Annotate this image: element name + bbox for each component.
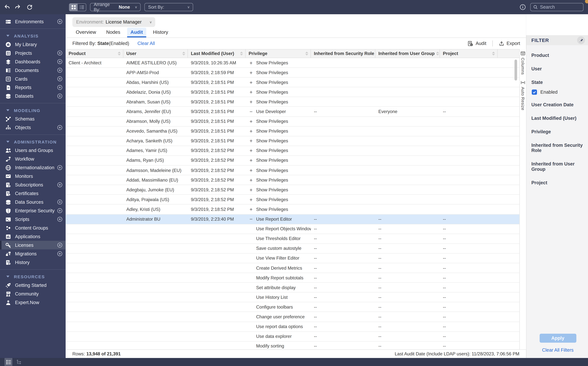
table-row[interactable]: Use Report Objects Window------ bbox=[66, 224, 519, 234]
sidebar-item-reports[interactable]: Reports bbox=[0, 83, 66, 92]
checkbox-checked-icon[interactable] bbox=[532, 90, 537, 95]
environment-selector[interactable]: Environment: License Manager v bbox=[72, 17, 155, 27]
column-header-last-modified-user[interactable]: Last Modified (User) bbox=[188, 49, 246, 58]
tree-layout-icon[interactable] bbox=[15, 358, 23, 366]
tab-overview[interactable]: Overview bbox=[72, 28, 99, 38]
table-row[interactable]: Aditya, Prajwala (US)9/3/2019, 2:18:52 P… bbox=[66, 195, 519, 205]
expand-icon[interactable]: + bbox=[249, 148, 254, 154]
expand-icon[interactable]: + bbox=[249, 157, 254, 163]
columns-icon[interactable] bbox=[521, 51, 525, 56]
sidebar-item-applications[interactable]: Applications bbox=[0, 232, 66, 241]
clear-all-link[interactable]: Clear All bbox=[137, 41, 155, 46]
sidebar-item-monitors[interactable]: Monitors bbox=[0, 172, 66, 181]
table-row[interactable]: Client - ArchitectAIMEE ASTILLERO (US)9/… bbox=[66, 58, 519, 68]
sort-arrows-icon[interactable] bbox=[305, 52, 308, 55]
filter-field-last-modified-user[interactable]: Last Modified (User) bbox=[531, 116, 584, 121]
add-icon[interactable] bbox=[57, 125, 63, 130]
table-row[interactable]: Administrator BU9/3/2019, 2:23:40 PM−Use… bbox=[66, 214, 519, 224]
add-icon[interactable] bbox=[57, 251, 63, 257]
audit-button[interactable]: Audit bbox=[468, 41, 486, 46]
sort-arrows-icon[interactable] bbox=[182, 52, 185, 55]
arrange-by-dropdown[interactable]: Arrange By: None v bbox=[90, 3, 141, 11]
add-icon[interactable] bbox=[57, 59, 63, 64]
collapse-icon[interactable]: − bbox=[249, 216, 254, 222]
expand-icon[interactable]: + bbox=[249, 138, 254, 144]
sidebar-item-licenses[interactable]: Licenses bbox=[0, 241, 66, 249]
sort-arrows-icon[interactable] bbox=[492, 52, 495, 55]
sidebar-item-dashboards[interactable]: Dashboards bbox=[0, 57, 66, 66]
add-icon[interactable] bbox=[57, 165, 63, 170]
add-icon[interactable] bbox=[57, 242, 63, 248]
expand-icon[interactable]: + bbox=[249, 99, 254, 105]
filter-field-state[interactable]: State bbox=[531, 80, 584, 85]
add-icon[interactable] bbox=[57, 216, 63, 222]
table-row[interactable]: Abraham, Susan (US)9/3/2019, 2:18:51 PM+… bbox=[66, 97, 519, 107]
tab-history[interactable]: History bbox=[150, 28, 171, 38]
sidebar-item-enterprise-security[interactable]: Enterprise Security bbox=[0, 206, 66, 215]
expand-icon[interactable]: + bbox=[249, 79, 254, 85]
table-row[interactable]: Use Thresholds Editor------ bbox=[66, 234, 519, 244]
expand-icon[interactable]: + bbox=[249, 128, 254, 134]
grid-view-icon[interactable] bbox=[69, 4, 78, 11]
sidebar-section-resources[interactable]: RESOURCES bbox=[0, 272, 66, 281]
column-header-inherited-from-user-group[interactable]: Inherited from User Group bbox=[375, 49, 440, 58]
state-enabled-checkbox[interactable]: Enabled bbox=[532, 90, 584, 95]
tab-nodes[interactable]: Nodes bbox=[103, 28, 124, 38]
expand-icon[interactable]: + bbox=[249, 187, 254, 193]
refresh-icon[interactable] bbox=[26, 4, 33, 10]
table-row[interactable]: Set attribute display------ bbox=[66, 283, 519, 293]
table-row[interactable]: Adley, Kristi (US)9/3/2019, 2:18:52 PM+S… bbox=[66, 205, 519, 214]
table-row[interactable]: Use report data options------ bbox=[66, 322, 519, 332]
undo-icon[interactable] bbox=[4, 4, 10, 10]
sidebar-item-content-groups[interactable]: Content Groups bbox=[0, 223, 66, 232]
list-view-icon[interactable] bbox=[78, 4, 86, 11]
sort-by-dropdown[interactable]: Sort By: v bbox=[144, 3, 193, 11]
table-row[interactable]: Abdelaziz, Donia (US)9/3/2019, 2:18:51 P… bbox=[66, 87, 519, 97]
redo-icon[interactable] bbox=[14, 4, 21, 10]
info-icon[interactable] bbox=[520, 4, 526, 10]
column-header-privilege[interactable]: Privilege bbox=[246, 49, 311, 58]
expand-icon[interactable]: + bbox=[249, 177, 254, 183]
add-icon[interactable] bbox=[57, 182, 63, 188]
expand-icon[interactable]: + bbox=[249, 167, 254, 173]
sidebar-item-workflow[interactable]: Workflow bbox=[0, 155, 66, 163]
filter-field-product[interactable]: Product bbox=[531, 53, 584, 58]
auto-resize-icon[interactable] bbox=[521, 80, 525, 85]
sidebar-item-internationalization[interactable]: Internationalization bbox=[0, 163, 66, 172]
sidebar-item-documents[interactable]: Documents bbox=[0, 66, 66, 75]
table-row[interactable]: Addati, Massimiliano (EU)9/3/2019, 2:18:… bbox=[66, 175, 519, 185]
sidebar-section-administration[interactable]: ADMINISTRATION bbox=[0, 137, 66, 146]
table-row[interactable]: Acharya, Sanketh (US)9/3/2019, 2:18:51 P… bbox=[66, 136, 519, 146]
column-header-product[interactable]: Product bbox=[66, 49, 123, 58]
add-icon[interactable] bbox=[57, 19, 63, 24]
filter-field-privilege[interactable]: Privilege bbox=[531, 129, 584, 134]
filter-field-user-creation-date[interactable]: User Creation Date bbox=[531, 102, 584, 107]
sidebar-item-data-sources[interactable]: Data Sources bbox=[0, 198, 66, 206]
add-icon[interactable] bbox=[57, 76, 63, 82]
sidebar-item-schemas[interactable]: Schemas bbox=[0, 115, 66, 123]
sidebar-item-history[interactable]: History bbox=[0, 258, 66, 267]
sort-arrows-icon[interactable] bbox=[436, 52, 439, 55]
table-row[interactable]: Use data explorer------ bbox=[66, 332, 519, 342]
auto-resize-toggle[interactable]: Auto Resize bbox=[521, 87, 525, 110]
add-icon[interactable] bbox=[57, 50, 63, 56]
table-row[interactable]: Adames, Yamir (US)9/3/2019, 2:18:52 PM+S… bbox=[66, 146, 519, 156]
add-icon[interactable] bbox=[57, 93, 63, 99]
expand-icon[interactable]: + bbox=[249, 118, 254, 124]
table-row[interactable]: Abdas, Harshini (US)9/3/2019, 2:18:51 PM… bbox=[66, 77, 519, 87]
table-row[interactable]: Abrams, Jennifer (EU)9/3/2019, 2:18:51 P… bbox=[66, 107, 519, 117]
list-layout-icon[interactable] bbox=[4, 358, 12, 366]
column-header-project[interactable]: Project bbox=[440, 49, 498, 58]
add-icon[interactable] bbox=[57, 85, 63, 90]
filter-field-inherited-from-user-group[interactable]: Inherited from User Group bbox=[531, 161, 584, 172]
sidebar-item-getting-started[interactable]: Getting Started bbox=[0, 281, 66, 290]
sidebar-item-environments[interactable]: Environments bbox=[0, 17, 66, 26]
expand-icon[interactable]: + bbox=[249, 89, 254, 95]
table-row[interactable]: Adamsson, Madeleine (EU)9/3/2019, 2:18:5… bbox=[66, 166, 519, 175]
sidebar-item-migrations[interactable]: Migrations bbox=[0, 249, 66, 258]
sidebar-item-users-and-groups[interactable]: Users and Groups bbox=[0, 146, 66, 155]
filter-field-user[interactable]: User bbox=[531, 66, 584, 71]
table-row[interactable]: Acevedo, Samantha (US)9/3/2019, 2:18:51 … bbox=[66, 126, 519, 136]
table-row[interactable]: Save custom autostyle------ bbox=[66, 244, 519, 253]
sidebar-item-projects[interactable]: Projects bbox=[0, 49, 66, 57]
